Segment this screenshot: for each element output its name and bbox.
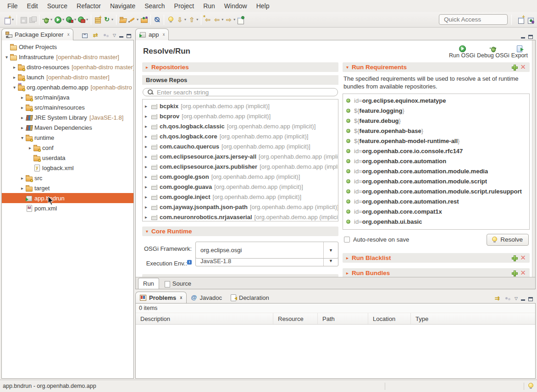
requirement-org-openhab-core-automation-module-media[interactable]: id=org.openhab.core.automation.module.me… [346, 166, 529, 177]
run-button[interactable]: ▾ [53, 15, 65, 24]
menu-navigate[interactable]: Navigate [105, 0, 140, 11]
repo-item-com-neuronrobotics-nrjavaserial[interactable]: ▸com.neuronrobotics.nrjavaserial[org.ope… [143, 212, 338, 221]
maximize-icon[interactable] [127, 34, 131, 38]
tree-item-app-bndrun[interactable]: app.bndrun [2, 193, 133, 203]
tab-declaration[interactable]: Declaration [226, 292, 273, 304]
tree-collapsed-twisty[interactable]: ▸ [19, 115, 25, 120]
content-assist-button[interactable] [166, 15, 175, 24]
tree-collapsed-twisty[interactable]: ▸ [145, 114, 150, 119]
requirement-org-openhab-core-automation-module-script-rulesupport[interactable]: id=org.openhab.core.automation.module.sc… [346, 187, 529, 197]
debug-button[interactable]: ▾ [41, 15, 53, 24]
column-path[interactable]: Path [318, 313, 368, 324]
quick-access-input[interactable] [439, 14, 508, 25]
chevron-right-icon[interactable]: ▸ [346, 271, 349, 276]
toggle-mark-occurrences-button[interactable] [153, 15, 162, 24]
editor-tab-app[interactable]: app ☓ [135, 28, 169, 40]
repo-search-input[interactable] [157, 89, 336, 96]
tree-collapsed-twisty[interactable]: ▸ [19, 176, 25, 181]
new-bnd-project-button[interactable] [93, 15, 102, 24]
tab-problems[interactable]: Problems☓ [135, 292, 187, 304]
tree-item-runtime[interactable]: ▾runtime [2, 133, 133, 143]
tree-collapsed-twisty[interactable]: ▸ [145, 174, 150, 179]
repo-item-bcprov[interactable]: ▸bcprov[org.openhab.demo.app (implicit)] [143, 111, 338, 121]
tree-item-pom-xml[interactable]: pom.xml [2, 203, 133, 213]
tab-javadoc[interactable]: Javadoc [187, 292, 226, 304]
tree-item-jre-system-library[interactable]: ▸JRE System Library[JavaSE-1.8] [2, 112, 133, 122]
tree-item-maven-dependencies[interactable]: ▸Maven Dependencies [2, 122, 133, 133]
tree-item-src-main-java[interactable]: ▸src/main/java [2, 92, 133, 102]
close-icon[interactable]: ☓ [180, 295, 182, 300]
tree-collapsed-twisty[interactable]: ▸ [19, 105, 25, 110]
tree-item-logback-xml[interactable]: logback.xml [2, 163, 133, 173]
import-button[interactable] [118, 15, 127, 24]
requirement-org-openhab-core-automation-rest[interactable]: id=org.openhab.core.automation.rest [346, 197, 529, 207]
auto-resolve-checkbox[interactable] [344, 237, 350, 243]
export-button[interactable]: Export [510, 45, 529, 59]
remove-requirement-icon[interactable]: ✕ [520, 64, 526, 70]
view-menu-icon[interactable]: ▽ [113, 32, 116, 39]
run-external-tools-dropdown[interactable]: ▾ [86, 17, 88, 22]
requirement-org-openhab-core-automation[interactable]: id=org.openhab.core.automation [346, 156, 529, 166]
tree-item-conf[interactable]: ▸conf [2, 143, 133, 153]
close-icon[interactable]: ☓ [163, 32, 165, 37]
next-annotation-dropdown[interactable]: ▾ [184, 17, 186, 22]
open-resource-button[interactable] [139, 15, 149, 24]
repo-item-bcpkix[interactable]: ▸bcpkix[org.openhab.demo.app (implicit)] [143, 101, 338, 111]
requirement-feature-debug[interactable]: ${feature.debug} [346, 116, 529, 126]
tree-collapsed-twisty[interactable]: ▸ [11, 65, 17, 70]
back-button[interactable]: ⇦▾ [212, 15, 224, 24]
tree-item-launch[interactable]: ▸launch[openhab-distro master] [2, 72, 133, 82]
tree-item-distro-resources[interactable]: ▸distro-resources[openhab-distro master] [2, 62, 133, 72]
requirement-feature-logging[interactable]: ${feature.logging} [346, 106, 529, 116]
run-osgi-button[interactable]: Run OSGi [448, 45, 476, 59]
requirement-feature-openhab-model-runtime-all[interactable]: ${feature.openhab-model-runtime-all} [346, 136, 529, 146]
requirement-org-openhab-ui-basic[interactable]: id=org.openhab.ui.basic [346, 217, 529, 227]
previous-annotation-button[interactable]: ⇧▾ [187, 15, 199, 24]
tree-item-userdata[interactable]: userdata [2, 153, 133, 163]
tree-collapsed-twisty[interactable]: ▸ [27, 145, 33, 150]
tree-collapsed-twisty[interactable]: ▸ [145, 134, 150, 139]
run-dropdown[interactable]: ▾ [62, 17, 64, 22]
page-tab-source[interactable]: Source [160, 278, 196, 289]
requirement-org-openhab-core-io-console-rfc147[interactable]: id=org.openhab.core.io.console.rfc147 [346, 146, 529, 156]
tree-item-org-openhab-demo-app[interactable]: ▾Morg.openhab.demo.app[openhab-distro [2, 82, 133, 92]
tree-collapsed-twisty[interactable]: ▸ [19, 95, 25, 100]
view-menu-icon[interactable]: ▽ [515, 295, 518, 302]
coverage-button[interactable]: ▾ [65, 15, 77, 24]
quick-access[interactable] [439, 14, 508, 25]
open-task-button[interactable]: ▾ [127, 15, 139, 24]
tree-collapsed-twisty[interactable]: ▸ [19, 186, 25, 191]
next-annotation-button[interactable]: ⇩▾ [175, 15, 187, 24]
tree-item-src[interactable]: ▸src [2, 173, 133, 183]
editor-scrollbar[interactable] [532, 40, 535, 277]
tree-collapsed-twisty[interactable]: ▸ [145, 144, 150, 149]
page-tab-run[interactable]: Run [138, 278, 159, 289]
osgi-framework-combo[interactable]: org.eclipse.osgi ▼ [195, 242, 338, 259]
tree-expanded-twisty[interactable]: ▾ [11, 85, 17, 90]
new-wizard-button[interactable]: ▾ [3, 15, 15, 24]
column-description[interactable]: Description [136, 313, 273, 324]
tree-collapsed-twisty[interactable]: ▸ [145, 194, 150, 199]
run-external-tools-button[interactable]: ▾ [77, 15, 89, 24]
collapse-all-icon[interactable] [81, 32, 89, 39]
debug-dropdown[interactable]: ▾ [50, 17, 52, 22]
forward-button[interactable]: ⇨▾ [224, 15, 236, 24]
tree-collapsed-twisty[interactable]: ▸ [145, 204, 150, 210]
column-location[interactable]: Location [368, 313, 411, 324]
section-run-blacklist[interactable]: ▸ Run Blacklist ✕ [343, 253, 530, 263]
add-requirement-icon[interactable] [511, 64, 517, 70]
maximize-icon[interactable] [528, 35, 533, 39]
section-run-requirements[interactable]: ▾ Run Requirements ✕ [343, 62, 530, 72]
java-perspective-icon[interactable] [527, 16, 534, 23]
menu-search[interactable]: Search [140, 0, 169, 11]
remove-bundle-icon[interactable]: ✕ [520, 270, 526, 276]
tree-collapsed-twisty[interactable]: ▸ [11, 75, 17, 80]
tree-collapsed-twisty[interactable]: ▸ [145, 164, 150, 169]
remove-blacklist-icon[interactable]: ✕ [520, 255, 526, 261]
resolve-button[interactable]: Resolve [487, 234, 529, 246]
section-repositories[interactable]: ▸ Repositories [142, 62, 338, 72]
forward-dropdown[interactable]: ▾ [233, 17, 235, 22]
pin-editor-button[interactable] [236, 15, 245, 24]
section-core-runtime[interactable]: ▾ Core Runtime [142, 226, 338, 236]
repo-item-com-google-gson[interactable]: ▸com.google.gson[org.openhab.demo.app (i… [143, 171, 338, 182]
